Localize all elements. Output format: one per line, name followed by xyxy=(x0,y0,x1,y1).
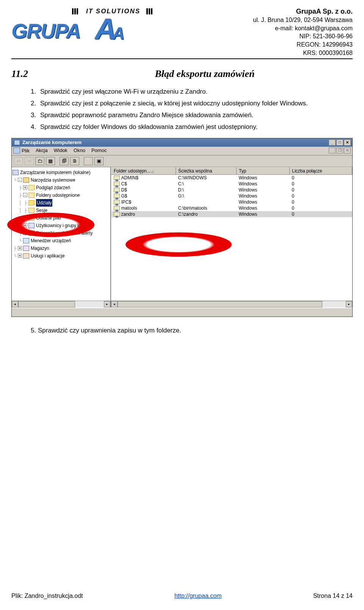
share-icon xyxy=(114,194,120,198)
logo-letter-a: AA xyxy=(95,12,124,46)
step-2: Sprawdzić czy jest z połączenie z siecią… xyxy=(38,98,353,109)
scroll-thumb[interactable] xyxy=(118,301,322,307)
menu-help[interactable]: Pomoc xyxy=(91,147,107,154)
share-icon xyxy=(114,188,120,192)
tree-pane[interactable]: Zarządzanie komputerem (lokalne) └-Narzę… xyxy=(12,167,111,307)
page-footer: Plik: Zandro_instrukcja.odt http://grupa… xyxy=(11,593,353,599)
share-icon xyxy=(114,182,120,186)
table-row[interactable]: C$C:\Windows0 xyxy=(111,181,352,187)
share-icon xyxy=(114,176,120,180)
table-row[interactable]: G$G:\Windows0 xyxy=(111,193,352,199)
table-row[interactable]: matoolsC:\bin\matoolsWindows0 xyxy=(111,205,352,211)
tree-root[interactable]: Zarządzanie komputerem (lokalne) xyxy=(13,169,110,176)
section-title: Błąd eksportu zamówień xyxy=(57,68,353,80)
back-button[interactable]: ⇦ xyxy=(14,157,23,165)
tree-tools[interactable]: └-Narzędzia systemowe xyxy=(13,176,110,184)
toolbar: ⇦ ⇨ 🗀 ▦ 🗐 🗎 ❔ ▣ xyxy=(12,155,352,167)
scroll-left-button[interactable]: ◂ xyxy=(12,301,18,307)
table-row[interactable]: D$D:\Windows0 xyxy=(111,187,352,193)
tree-event-viewer[interactable]: ├+Podgląd zdarzeń xyxy=(13,184,110,191)
section-heading: 11.2 Błąd eksportu zamówień xyxy=(11,68,353,80)
tree-shares[interactable]: │├Udziały xyxy=(13,199,110,207)
up-button[interactable]: 🗀 xyxy=(35,157,44,165)
logo-bars-left xyxy=(72,8,78,14)
step-3: Sprawdzić poprawność parametru Zandro Mi… xyxy=(38,110,353,121)
section-number: 11.2 xyxy=(11,68,57,80)
table-row-selected[interactable]: zandroC:\zandroWindows0 xyxy=(111,211,352,217)
tree-storage[interactable]: ├+Magazyn xyxy=(13,245,110,252)
minimize-button[interactable]: _ xyxy=(329,140,336,146)
help-button[interactable]: ❔ xyxy=(84,157,93,165)
footer-link[interactable]: http://grupaa.com xyxy=(174,593,222,599)
window-title: Zarządzanie komputerem xyxy=(22,140,329,145)
close-button[interactable]: ✕ xyxy=(344,140,351,146)
logo-bars-right xyxy=(146,8,152,14)
page-header: IT SOLUTIONS GRUPA AA GrupaA Sp. z o.o. … xyxy=(11,7,353,59)
company-address: ul. J. Bruna 10/29, 02-594 Warszawa xyxy=(253,17,353,23)
menu-window[interactable]: Okno xyxy=(74,147,85,154)
steps-list: Sprawdzić czy jest włączone Wi-Fi w urzą… xyxy=(38,86,353,133)
menu-view[interactable]: Widok xyxy=(54,147,67,154)
export-button[interactable]: 🗎 xyxy=(70,157,79,165)
company-krs: KRS: 0000390168 xyxy=(303,50,353,56)
footer-file: Plik: Zandro_instrukcja.odt xyxy=(11,593,83,599)
child-minimize-button[interactable]: _ xyxy=(329,147,336,154)
col-path[interactable]: Ścieżka wspólna xyxy=(176,167,237,174)
step-5: Sprawdzić czy uprawnienia zapisu w tym f… xyxy=(38,325,353,336)
col-type[interactable]: Typ xyxy=(237,167,290,174)
properties-button[interactable]: ▦ xyxy=(46,157,55,165)
company-nip: NIP: 521-360-96-96 xyxy=(299,33,353,39)
col-folder[interactable]: Folder udostępn...△ xyxy=(111,167,176,174)
company-name: GrupaA Sp. z o.o. xyxy=(296,8,353,15)
maximize-button[interactable]: □ xyxy=(336,140,343,146)
share-icon xyxy=(114,212,120,216)
highlight-ellipse-row xyxy=(126,232,232,257)
forward-button[interactable]: ⇨ xyxy=(25,157,34,165)
col-conn[interactable]: Liczba połącze xyxy=(290,167,352,174)
company-info: GrupaA Sp. z o.o. ul. J. Bruna 10/29, 02… xyxy=(253,7,353,57)
logo-text: GRUPA xyxy=(11,19,80,42)
footer-page: Strona 14 z 14 xyxy=(313,593,353,599)
window-titlebar[interactable]: Zarządzanie komputerem _ □ ✕ xyxy=(12,138,352,147)
share-icon xyxy=(114,206,120,210)
company-regon: REGON: 142996943 xyxy=(297,41,353,48)
scroll-right-button[interactable]: ▸ xyxy=(104,301,110,307)
menu-action[interactable]: Akcja xyxy=(36,147,48,154)
status-bar xyxy=(12,307,352,317)
scroll-right-button[interactable]: ▸ xyxy=(346,301,352,307)
highlight-ellipse-tree xyxy=(7,213,94,237)
tree-services[interactable]: └+Usługi i aplikacje xyxy=(13,252,110,260)
tree-scrollbar[interactable]: ◂ ▸ xyxy=(12,301,110,307)
window-icon xyxy=(14,140,20,145)
refresh-button[interactable]: 🗐 xyxy=(60,157,69,165)
child-close-button[interactable]: ✕ xyxy=(344,147,351,154)
scroll-thumb[interactable] xyxy=(18,301,75,307)
menu-bar: Plik Akcja Widok Okno Pomoc _ ❐ ✕ xyxy=(12,147,352,155)
tree-device-mgr[interactable]: └Menedżer urządzeń xyxy=(13,237,110,245)
tree-shared-folders[interactable]: ├-Foldery udostępnione xyxy=(13,191,110,199)
share-icon xyxy=(114,200,120,204)
shares-table: Folder udostępn...△ Ścieżka wspólna Typ … xyxy=(111,167,352,217)
child-restore-button[interactable]: ❐ xyxy=(336,147,343,154)
steps-list-continued: Sprawdzić czy uprawnienia zapisu w tym f… xyxy=(38,325,353,336)
menu-file[interactable]: Plik xyxy=(13,147,30,154)
table-row[interactable]: IPC$Windows0 xyxy=(111,199,352,205)
list-scrollbar[interactable]: ◂ ▸ xyxy=(111,301,352,307)
scroll-left-button[interactable]: ◂ xyxy=(111,301,118,307)
company-logo: IT SOLUTIONS GRUPA AA xyxy=(11,7,140,45)
step-1: Sprawdzić czy jest włączone Wi-Fi w urzą… xyxy=(38,86,353,97)
company-email: e-mail: kontakt@grupaa.com xyxy=(275,25,353,31)
screenshot-window: Zarządzanie komputerem _ □ ✕ Plik Akcja … xyxy=(11,138,353,317)
table-row[interactable]: ADMIN$C:\WINDOWSWindows0 xyxy=(111,174,352,181)
step-4: Sprawdzić czy folder Windows do składowa… xyxy=(38,122,353,133)
toggle-button[interactable]: ▣ xyxy=(94,157,104,165)
